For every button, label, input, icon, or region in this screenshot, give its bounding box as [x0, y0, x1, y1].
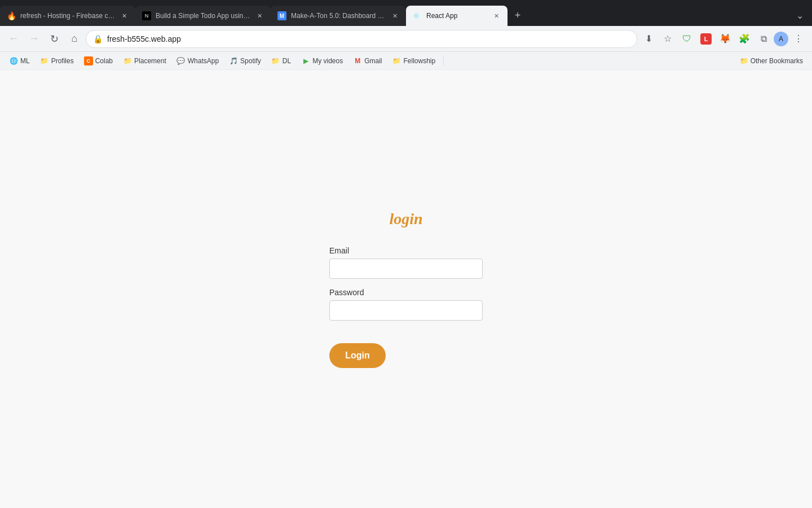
menu-button[interactable]: ⋮ — [789, 30, 807, 48]
tab-4[interactable]: ⚛ React App ✕ — [406, 6, 508, 26]
email-input[interactable] — [329, 259, 483, 279]
tab-4-favicon: ⚛ — [413, 11, 422, 20]
tab-3-title: Make-A-Ton 5.0: Dashboard | ... — [291, 12, 386, 20]
tab-4-close[interactable]: ✕ — [492, 11, 501, 20]
other-bookmarks-icon: 📁 — [740, 57, 748, 65]
other-bookmarks[interactable]: 📁 Other Bookmarks — [735, 55, 807, 67]
address-text: fresh-b555c.web.app — [107, 34, 630, 43]
login-button[interactable]: Login — [329, 343, 386, 368]
bookmark-gmail-icon: M — [353, 56, 362, 65]
bookmark-whatsapp-icon: 💬 — [176, 56, 186, 65]
download-icon[interactable]: ⬇ — [639, 30, 657, 48]
bookmark-spotify-label: Spotify — [240, 57, 261, 65]
other-bookmarks-label: Other Bookmarks — [751, 57, 803, 65]
password-input[interactable] — [329, 300, 483, 321]
bookmark-dl-icon: 📁 — [271, 56, 280, 65]
profile-avatar[interactable]: A — [774, 32, 788, 46]
page-content: login Email Password Login — [0, 70, 812, 508]
avatar-initial: A — [779, 35, 783, 43]
bookmarks-divider — [443, 56, 444, 66]
bookmark-fellowship-icon: 📁 — [392, 56, 401, 65]
ext-icon-2[interactable]: 🦊 — [716, 30, 734, 48]
bookmark-profiles[interactable]: 📁 Profiles — [36, 54, 78, 68]
address-bar[interactable]: 🔒 fresh-b555c.web.app — [86, 30, 637, 48]
bookmark-spotify[interactable]: 🎵 Spotify — [224, 54, 266, 68]
back-button[interactable]: ← — [5, 30, 23, 48]
toolbar-right: ⬇ ☆ 🛡 L 🦊 🧩 ⧉ A ⋮ — [639, 30, 807, 48]
tab-3-favicon: M — [277, 11, 286, 20]
tab-bar: 🔥 refresh - Hosting - Firebase co... ✕ N… — [0, 0, 812, 26]
bookmark-fellowship[interactable]: 📁 Fellowship — [388, 54, 440, 68]
bookmark-colab-label: Colab — [95, 57, 113, 65]
login-title: login — [389, 210, 422, 228]
reload-button[interactable]: ↻ — [45, 30, 63, 48]
tab-2-title: Build a Simple Todo App using... — [156, 12, 250, 20]
extensions-icon[interactable]: 🧩 — [735, 30, 753, 48]
bookmark-spotify-icon: 🎵 — [229, 56, 238, 65]
bookmark-gmail-label: Gmail — [364, 57, 382, 65]
tab-1-close[interactable]: ✕ — [120, 11, 129, 20]
bookmark-myvideos-label: My videos — [312, 57, 343, 65]
bookmark-ml-icon: 🌐 — [9, 56, 18, 65]
bookmark-colab[interactable]: C Colab — [80, 54, 117, 68]
tab-4-title: React App — [426, 12, 487, 20]
tab-2[interactable]: N Build a Simple Todo App using... ✕ — [135, 6, 271, 26]
split-screen-icon[interactable]: ⧉ — [754, 30, 773, 48]
tab-1[interactable]: 🔥 refresh - Hosting - Firebase co... ✕ — [0, 6, 135, 26]
password-form-group: Password — [329, 288, 483, 321]
ext-icon-1[interactable]: L — [697, 30, 715, 48]
bookmark-star-icon[interactable]: ☆ — [659, 30, 677, 48]
bookmark-placement-icon: 📁 — [123, 56, 132, 65]
bookmark-myvideos-icon: ▶ — [301, 56, 310, 65]
bookmark-dl[interactable]: 📁 DL — [267, 54, 295, 68]
tab-3-close[interactable]: ✕ — [390, 11, 399, 20]
bookmark-whatsapp[interactable]: 💬 WhatsApp — [172, 54, 223, 68]
bookmark-profiles-label: Profiles — [51, 57, 74, 65]
tab-1-title: refresh - Hosting - Firebase co... — [20, 12, 115, 20]
bookmark-ml-label: ML — [20, 57, 30, 65]
bookmark-placement[interactable]: 📁 Placement — [118, 54, 171, 68]
email-form-group: Email — [329, 246, 483, 279]
toolbar: ← → ↻ ⌂ 🔒 fresh-b555c.web.app ⬇ ☆ 🛡 L 🦊 … — [0, 26, 812, 52]
forward-button[interactable]: → — [25, 30, 43, 48]
shield-extension-icon[interactable]: 🛡 — [678, 30, 696, 48]
bookmark-ml[interactable]: 🌐 ML — [5, 54, 34, 68]
new-tab-button[interactable]: + — [510, 7, 526, 23]
bookmark-fellowship-label: Fellowship — [404, 57, 436, 65]
password-label: Password — [329, 288, 483, 297]
bookmark-whatsapp-label: WhatsApp — [188, 57, 219, 65]
bookmark-colab-icon: C — [84, 56, 93, 65]
browser-chrome: 🔥 refresh - Hosting - Firebase co... ✕ N… — [0, 0, 812, 508]
bookmark-dl-label: DL — [283, 57, 291, 65]
bookmark-profiles-icon: 📁 — [40, 56, 49, 65]
tab-2-close[interactable]: ✕ — [255, 11, 264, 20]
login-container: login Email Password Login — [329, 210, 483, 368]
tab-3[interactable]: M Make-A-Ton 5.0: Dashboard | ... ✕ — [271, 6, 406, 26]
bookmark-placement-label: Placement — [134, 57, 166, 65]
home-button[interactable]: ⌂ — [65, 30, 83, 48]
bookmark-myvideos[interactable]: ▶ My videos — [297, 54, 347, 68]
email-label: Email — [329, 246, 483, 255]
tab-2-favicon: N — [142, 11, 151, 20]
tab-1-favicon: 🔥 — [7, 11, 16, 20]
bookmarks-bar: 🌐 ML 📁 Profiles C Colab 📁 Placement 💬 Wh… — [0, 52, 812, 70]
bookmark-gmail[interactable]: M Gmail — [348, 54, 386, 68]
lock-icon: 🔒 — [93, 34, 103, 43]
tab-dropdown-button[interactable]: ⌄ — [792, 7, 807, 23]
